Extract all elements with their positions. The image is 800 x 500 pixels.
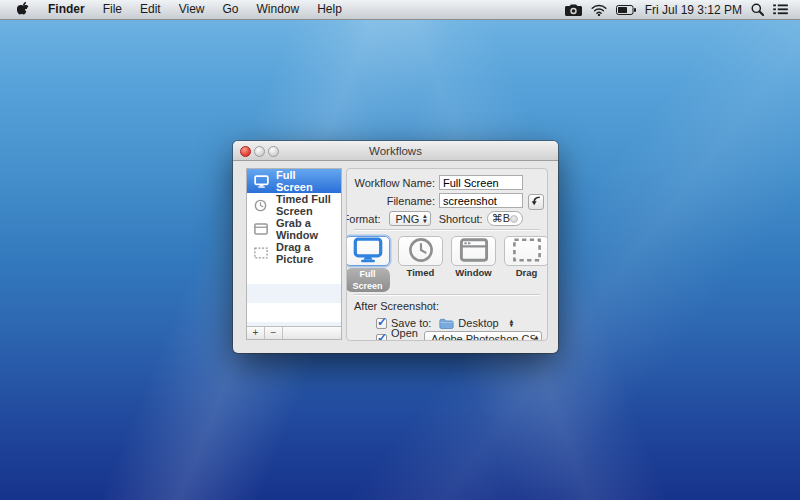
filename-input[interactable]: [439, 193, 523, 208]
format-label: Format:: [346, 213, 381, 225]
wifi-icon[interactable]: [591, 4, 607, 16]
format-popup[interactable]: PNG ▴▾: [389, 211, 431, 226]
list-edit-bar: + −: [247, 326, 341, 339]
workflow-name-label: Workflow Name:: [353, 177, 435, 189]
window-controls: [240, 146, 279, 157]
remove-workflow-button[interactable]: −: [265, 327, 283, 339]
add-workflow-button[interactable]: +: [247, 327, 265, 339]
workflow-item-timed-full-screen[interactable]: Timed Full Screen: [247, 193, 341, 217]
window-title: Workflows: [369, 145, 422, 157]
open-in-checkbox[interactable]: ✓: [376, 334, 387, 342]
dashed-selection-icon: [254, 246, 270, 260]
after-screenshot-header: After Screenshot:: [354, 300, 539, 313]
save-to-checkbox[interactable]: ✓: [376, 318, 387, 329]
workflow-item-label: Drag a Picture: [276, 241, 334, 265]
battery-icon[interactable]: [616, 5, 636, 15]
mode-label: Timed: [407, 267, 435, 278]
open-in-popup[interactable]: Adobe Photoshop CS5 ▴▾: [424, 331, 542, 341]
divider: [354, 229, 540, 230]
clock-icon: [254, 198, 270, 212]
filename-label: Filename:: [353, 195, 435, 207]
workflow-item-grab-a-window[interactable]: Grab a Window: [247, 217, 341, 241]
format-value: PNG: [396, 213, 420, 225]
screenshot-app-icon[interactable]: [565, 4, 582, 16]
format-shortcut-row: Format: PNG ▴▾ Shortcut: ⌘B: [353, 211, 523, 226]
minimize-button[interactable]: [254, 146, 265, 157]
checkmark-icon: ✓: [377, 331, 387, 342]
workflow-name-input[interactable]: [439, 175, 523, 190]
folder-icon: [439, 318, 454, 329]
mode-window[interactable]: Window: [451, 236, 496, 292]
menu-file[interactable]: File: [94, 0, 131, 19]
shortcut-clear-icon[interactable]: [510, 215, 518, 223]
clock-icon: [408, 237, 434, 265]
apple-icon: [17, 2, 30, 17]
open-in-value: Adobe Photoshop CS5: [431, 333, 535, 341]
close-button[interactable]: [240, 146, 251, 157]
shortcut-label: Shortcut:: [439, 213, 483, 225]
workflow-name-row: Workflow Name:: [353, 175, 523, 190]
zoom-button[interactable]: [268, 146, 279, 157]
shortcut-value: ⌘B: [492, 212, 510, 225]
mode-full-screen[interactable]: Full Screen: [346, 236, 390, 292]
menu-go[interactable]: Go: [214, 0, 248, 19]
shortcut-input[interactable]: ⌘B: [487, 211, 523, 226]
mode-drag[interactable]: Drag: [504, 236, 548, 292]
display-icon: [353, 237, 383, 265]
menu-bar: Finder File Edit View Go Window Help Fri…: [0, 0, 800, 20]
menu-finder[interactable]: Finder: [39, 0, 94, 19]
workflow-item-drag-a-picture[interactable]: Drag a Picture: [247, 241, 341, 265]
spotlight-icon[interactable]: [751, 3, 764, 16]
window-frame-icon: [254, 222, 270, 236]
workflow-settings-panel: Workflow Name: Filename: Format: PNG ▴▾: [346, 168, 548, 341]
mode-timed-button[interactable]: [398, 236, 443, 266]
apple-menu[interactable]: [8, 2, 39, 17]
mode-label: Full Screen: [346, 268, 390, 292]
menu-window[interactable]: Window: [248, 0, 309, 19]
menu-edit[interactable]: Edit: [131, 0, 170, 19]
title-bar[interactable]: Workflows: [233, 141, 558, 161]
open-in-label: Open in:: [391, 327, 418, 341]
mode-timed[interactable]: Timed: [398, 236, 443, 292]
workflows-window: Workflows Full Screen Timed Full Screen: [233, 141, 558, 353]
stepper-icon: ▴▾: [535, 335, 538, 342]
workflow-list: Full Screen Timed Full Screen Grab a Win…: [246, 168, 342, 340]
window-frame-icon: [459, 238, 489, 264]
display-icon: [254, 174, 270, 188]
workflow-fields: Workflow Name: Filename: Format: PNG ▴▾: [347, 169, 547, 226]
mode-label: Window: [455, 267, 491, 278]
menu-view[interactable]: View: [170, 0, 214, 19]
filename-token-button[interactable]: [528, 194, 544, 210]
menu-bar-clock[interactable]: Fri Jul 19 3:12 PM: [645, 3, 742, 17]
mode-window-button[interactable]: [451, 236, 496, 266]
mode-label: Drag: [516, 267, 538, 278]
mode-drag-button[interactable]: [504, 236, 548, 266]
workflow-item-label: Grab a Window: [276, 217, 334, 241]
capture-mode-buttons: Full Screen Timed Window: [347, 232, 547, 292]
workflow-list-rows: Full Screen Timed Full Screen Grab a Win…: [247, 169, 341, 326]
dashed-selection-icon: [512, 238, 542, 264]
curved-arrow-icon: [531, 196, 541, 208]
save-to-row: ✓ Save to: Desktop ▴▾: [354, 315, 539, 331]
menu-help[interactable]: Help: [308, 0, 351, 19]
workflow-item-label: Timed Full Screen: [276, 193, 334, 217]
divider: [354, 294, 540, 295]
stepper-icon[interactable]: ▴▾: [510, 319, 513, 328]
menu-bar-status: Fri Jul 19 3:12 PM: [565, 3, 792, 17]
checkmark-icon: ✓: [377, 315, 387, 329]
workflow-item-label: Full Screen: [276, 169, 334, 193]
mode-full-screen-button[interactable]: [346, 236, 390, 266]
open-in-row: ✓ Open in: Adobe Photoshop CS5 ▴▾: [354, 331, 539, 341]
workflow-item-full-screen[interactable]: Full Screen: [247, 169, 341, 193]
stepper-icon: ▴▾: [423, 214, 426, 223]
after-screenshot-section: After Screenshot: ✓ Save to: Desktop ▴▾ …: [347, 297, 547, 341]
filename-row: Filename:: [353, 193, 523, 208]
notification-list-icon[interactable]: [773, 4, 788, 15]
save-to-value[interactable]: Desktop: [458, 317, 498, 329]
